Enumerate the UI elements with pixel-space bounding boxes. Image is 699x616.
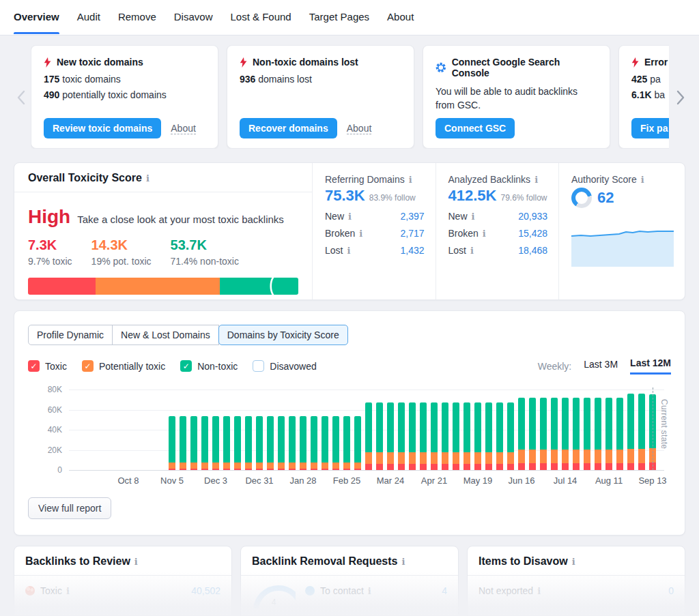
bar-segment[interactable] xyxy=(180,463,186,469)
bar-segment[interactable] xyxy=(431,452,438,464)
legend-potentially-toxic[interactable]: ✓ Potentially toxic xyxy=(82,360,165,372)
bar-segment[interactable] xyxy=(496,464,503,470)
bar-segment[interactable] xyxy=(311,416,317,463)
view-full-report-button[interactable]: View full report xyxy=(28,497,111,519)
info-icon[interactable]: i xyxy=(401,557,405,567)
bar-segment[interactable] xyxy=(529,398,536,450)
bar-segment[interactable] xyxy=(605,398,612,450)
bar-segment[interactable] xyxy=(562,463,569,470)
tab-overview[interactable]: Overview xyxy=(14,1,59,34)
bar-segment[interactable] xyxy=(420,402,427,452)
about-link[interactable]: About xyxy=(171,123,196,134)
bar-segment[interactable] xyxy=(507,402,514,452)
bar-segment[interactable] xyxy=(322,463,328,469)
bar-segment[interactable] xyxy=(376,452,383,464)
bar-segment[interactable] xyxy=(474,402,481,452)
connect-gsc-button[interactable]: Connect GSC xyxy=(436,118,515,138)
bar-segment[interactable] xyxy=(245,416,252,463)
bar-segment[interactable] xyxy=(409,452,416,464)
bar-segment[interactable] xyxy=(562,398,569,450)
bar-segment[interactable] xyxy=(605,463,612,470)
bar-segment[interactable] xyxy=(343,463,350,469)
row-value[interactable]: 15,428 xyxy=(518,228,547,239)
info-icon[interactable]: i xyxy=(348,211,352,222)
legend-non-toxic[interactable]: ✓ Non-toxic xyxy=(180,360,238,372)
period-last-3m[interactable]: Last 3M xyxy=(584,359,618,374)
checkbox-checked-icon[interactable]: ✓ xyxy=(180,360,192,372)
bar-segment[interactable] xyxy=(267,463,274,469)
bar-segment[interactable] xyxy=(180,416,186,463)
bar-segment[interactable] xyxy=(463,402,470,452)
info-icon[interactable]: i xyxy=(641,175,644,185)
bar-segment[interactable] xyxy=(420,464,427,470)
bar-segment[interactable] xyxy=(595,463,601,470)
bar-segment[interactable] xyxy=(540,463,547,470)
bar-segment[interactable] xyxy=(365,452,372,464)
bar-segment[interactable] xyxy=(573,398,580,450)
bar-segment[interactable] xyxy=(507,452,514,464)
bar-segment[interactable] xyxy=(562,450,569,464)
bar-segment[interactable] xyxy=(442,464,448,470)
bar-segment[interactable] xyxy=(518,463,525,470)
bar-segment[interactable] xyxy=(496,452,503,464)
bar-segment[interactable] xyxy=(551,463,558,470)
bar-segment[interactable] xyxy=(278,416,285,463)
bar-segment[interactable] xyxy=(529,450,536,464)
bar-segment[interactable] xyxy=(376,464,383,470)
checkbox-unchecked-icon[interactable] xyxy=(253,360,264,372)
tab-new-lost-domains[interactable]: New & Lost Domains xyxy=(112,325,219,345)
bar-segment[interactable] xyxy=(584,398,590,450)
bar-segment[interactable] xyxy=(234,416,241,463)
row-value[interactable]: 2,397 xyxy=(400,211,424,222)
bar-segment[interactable] xyxy=(573,450,580,464)
row-value[interactable]: 0 xyxy=(668,585,674,596)
info-icon[interactable]: i xyxy=(146,173,149,184)
bar-segment[interactable] xyxy=(638,463,645,470)
tab-target-pages[interactable]: Target Pages xyxy=(309,1,369,34)
info-icon[interactable]: i xyxy=(409,175,412,185)
row-value[interactable]: 20,933 xyxy=(518,211,547,222)
tab-remove[interactable]: Remove xyxy=(118,1,156,34)
info-icon[interactable]: i xyxy=(347,246,350,256)
bar-segment[interactable] xyxy=(322,416,328,463)
bar-segment[interactable] xyxy=(201,416,208,463)
bar-segment[interactable] xyxy=(638,449,645,463)
bar-segment[interactable] xyxy=(289,416,296,463)
tab-lost-found[interactable]: Lost & Found xyxy=(230,1,291,34)
bar-segment[interactable] xyxy=(234,463,241,469)
bar-segment[interactable] xyxy=(627,463,634,470)
info-icon[interactable]: i xyxy=(534,175,538,185)
bar-segment[interactable] xyxy=(551,398,558,450)
checkbox-checked-icon[interactable]: ✓ xyxy=(28,360,40,372)
bar-segment[interactable] xyxy=(431,464,438,470)
bar-segment[interactable] xyxy=(616,398,623,450)
bar-segment[interactable] xyxy=(616,463,623,470)
bar-segment[interactable] xyxy=(376,402,383,452)
bar-segment[interactable] xyxy=(485,464,492,470)
chart-plot[interactable]: Current state xyxy=(69,390,664,470)
info-icon[interactable]: i xyxy=(66,586,70,596)
referring-domains-value[interactable]: 75.3K xyxy=(325,187,365,205)
bar-segment[interactable] xyxy=(311,463,317,469)
bar-segment[interactable] xyxy=(442,402,448,452)
bar-segment[interactable] xyxy=(551,450,558,464)
bar-segment[interactable] xyxy=(518,398,525,450)
info-icon[interactable]: i xyxy=(537,586,541,596)
bar-segment[interactable] xyxy=(169,416,175,463)
bar-segment[interactable] xyxy=(300,463,306,469)
info-icon[interactable]: i xyxy=(472,211,475,222)
period-last-12m[interactable]: Last 12M xyxy=(630,357,671,375)
bar-segment[interactable] xyxy=(354,463,361,469)
bar-segment[interactable] xyxy=(627,449,634,463)
tab-profile-dynamic[interactable]: Profile Dynamic xyxy=(28,325,113,345)
info-icon[interactable]: i xyxy=(359,229,362,239)
bar-segment[interactable] xyxy=(573,463,580,470)
legend-disavowed[interactable]: Disavowed xyxy=(253,360,316,372)
bar-segment[interactable] xyxy=(463,452,470,464)
bar-segment[interactable] xyxy=(584,463,590,470)
checkbox-checked-icon[interactable]: ✓ xyxy=(82,360,94,372)
tab-about[interactable]: About xyxy=(387,1,414,34)
bar-segment[interactable] xyxy=(409,402,416,452)
fix-pages-button[interactable]: Fix pa xyxy=(631,118,669,138)
bar-segment[interactable] xyxy=(496,402,503,452)
